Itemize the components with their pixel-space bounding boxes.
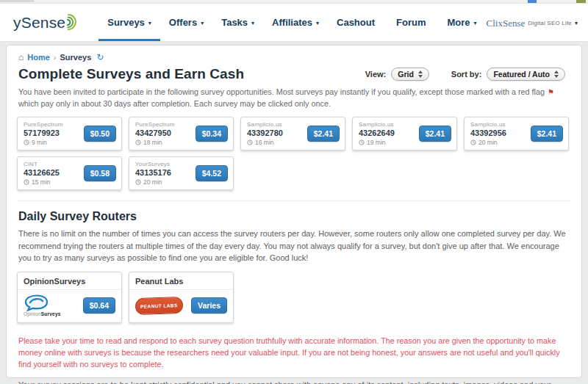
select-arrows-icon	[418, 70, 423, 78]
browser-edge-strip	[0, 0, 588, 4]
breadcrumb-home-link[interactable]: Home	[27, 53, 50, 62]
account-brand: ClixSense	[487, 18, 526, 29]
nav-item-label: Tasks	[221, 17, 248, 28]
title-row: Complete Surveys and Earn Cash View: Gri…	[18, 66, 570, 82]
router-name: OpinionSurveys	[18, 272, 121, 290]
survey-duration-label: 15 min	[32, 178, 51, 186]
nav-item-label: Forum	[396, 17, 426, 28]
router-amount-button[interactable]: Varies	[191, 297, 227, 314]
opinionsurveys-logo: OpinionSurveys	[24, 294, 61, 316]
home-icon[interactable]: ⌂	[18, 52, 24, 62]
page-background: ⌂ Home › Surveys ↻ Complete Surveys and …	[0, 42, 588, 384]
ysense-logo[interactable]: ySense	[13, 4, 79, 41]
survey-amount-button[interactable]: $4.52	[196, 165, 228, 181]
router-name: Peanut Labs	[129, 272, 233, 290]
opinionsurveys-logo-text: OpinionSurveys	[24, 311, 61, 316]
survey-card[interactable]: YourSurveys 43135176 20 min $4.52	[129, 156, 234, 190]
list-controls: View: Grid Sort by: Featured / Auto	[365, 68, 570, 81]
top-navbar: ySense Surveys▾ Offers▾ Tasks▾ Affiliate…	[0, 4, 588, 42]
survey-duration-label: 20 min	[478, 139, 498, 146]
ysense-logo-text: ySense	[13, 14, 65, 32]
router-card-opinionsurveys[interactable]: OpinionSurveys OpinionSurveys $0.64	[17, 272, 122, 323]
survey-card[interactable]: Samplicio.us 43392956 20 min $2.41	[464, 117, 569, 151]
survey-card[interactable]: CiNT 43126625 15 min $0.58	[17, 156, 122, 190]
survey-card[interactable]: PureSpectrum 57179923 9 min $0.50	[17, 117, 122, 151]
honesty-warning-text: Please take your time to read and respon…	[18, 335, 570, 371]
peanut-labs-logo: PEANUT LABS	[135, 297, 183, 315]
caret-down-icon: ▾	[316, 20, 319, 26]
sort-label: Sort by:	[451, 70, 482, 79]
caret-down-icon: ▾	[474, 20, 477, 26]
clock-icon	[359, 140, 365, 145]
clock-icon	[135, 179, 141, 185]
view-label: View:	[365, 70, 387, 79]
confidentiality-text: Your survey sessions are to be kept stri…	[18, 379, 570, 384]
nav-item-label: Cashout	[337, 17, 375, 28]
survey-card[interactable]: Samplicio.us 43392780 16 min $2.41	[240, 117, 345, 151]
survey-card[interactable]: PureSpectrum 43427950 18 min $0.34	[129, 117, 234, 151]
survey-amount-button[interactable]: $2.41	[419, 126, 451, 142]
select-arrows-icon	[554, 70, 559, 78]
intro-text: You have been invited to participate in …	[18, 87, 570, 109]
browser-edge-blue-fragment	[528, 0, 537, 3]
sort-select[interactable]: Featured / Auto	[487, 68, 565, 81]
caret-down-icon: ▾	[201, 20, 204, 26]
routers-description: There is no limit on the number of times…	[18, 228, 570, 264]
caret-down-icon: ▾	[575, 20, 578, 26]
nav-item[interactable]: More▾	[438, 4, 485, 41]
ysense-swirl-icon	[60, 12, 79, 32]
nav-item[interactable]: Affiliates▾	[263, 4, 328, 41]
survey-amount-button[interactable]: $0.34	[196, 126, 228, 142]
survey-card[interactable]: Samplicio.us 43262649 19 min $2.41	[352, 117, 457, 151]
router-card-peanut-labs[interactable]: Peanut Labs PEANUT LABS Varies	[129, 272, 234, 323]
account-name: Digital SEO Life	[528, 20, 572, 26]
survey-duration-label: 16 min	[255, 139, 274, 146]
caret-down-icon: ▾	[251, 20, 254, 26]
survey-amount-button[interactable]: $0.58	[84, 165, 116, 181]
clock-icon	[135, 140, 141, 145]
breadcrumb-separator: ›	[54, 53, 57, 62]
survey-amount-button[interactable]: $2.41	[531, 126, 563, 142]
survey-duration-label: 18 min	[143, 139, 162, 146]
survey-amount-button[interactable]: $2.41	[307, 126, 340, 142]
router-amount-button[interactable]: $0.64	[83, 297, 115, 314]
page-title: Complete Surveys and Earn Cash	[18, 66, 244, 82]
nav-item-label: Offers	[169, 17, 197, 28]
survey-grid: PureSpectrum 57179923 9 min $0.50 PureSp…	[17, 117, 571, 190]
section-divider	[17, 200, 571, 201]
caret-down-icon: ▾	[148, 20, 151, 26]
nav-item-label: Affiliates	[272, 17, 312, 28]
browser-edge-olive-fragment	[576, 0, 586, 3]
speech-bubble-icon	[24, 294, 49, 312]
main-nav: Surveys▾ Offers▾ Tasks▾ Affiliates▾ Cash…	[98, 4, 486, 41]
nav-item[interactable]: Tasks▾	[212, 4, 263, 41]
red-flag-icon: ⚑	[547, 88, 555, 96]
nav-item[interactable]: Surveys▾	[98, 4, 160, 41]
nav-item[interactable]: Cashout	[328, 4, 387, 41]
clock-icon	[470, 140, 476, 145]
clock-icon	[24, 179, 29, 185]
survey-duration-label: 20 min	[143, 178, 162, 186]
nav-item-label: More	[447, 17, 470, 28]
survey-amount-button[interactable]: $0.50	[84, 126, 116, 142]
view-select-value: Grid	[398, 70, 414, 79]
content-card: ⌂ Home › Surveys ↻ Complete Surveys and …	[6, 45, 582, 378]
account-menu[interactable]: ClixSense Digital SEO Life ▾	[487, 4, 578, 41]
view-select[interactable]: Grid	[391, 68, 429, 81]
breadcrumb: ⌂ Home › Surveys ↻	[17, 50, 571, 62]
nav-item[interactable]: Forum	[387, 4, 438, 41]
refresh-icon[interactable]: ↻	[96, 52, 104, 62]
survey-duration-label: 9 min	[32, 139, 47, 146]
sort-select-value: Featured / Auto	[493, 70, 550, 79]
clock-icon	[24, 140, 29, 145]
nav-item-label: Surveys	[107, 17, 145, 28]
browser-edge-smudge	[0, 0, 34, 2]
clock-icon	[247, 140, 253, 145]
router-grid: OpinionSurveys OpinionSurveys $0.64 Pean…	[17, 272, 571, 323]
survey-duration-label: 19 min	[367, 139, 386, 146]
routers-title: Daily Survey Routers	[18, 210, 570, 223]
breadcrumb-current: Surveys	[60, 53, 91, 62]
nav-item[interactable]: Offers▾	[160, 4, 212, 41]
